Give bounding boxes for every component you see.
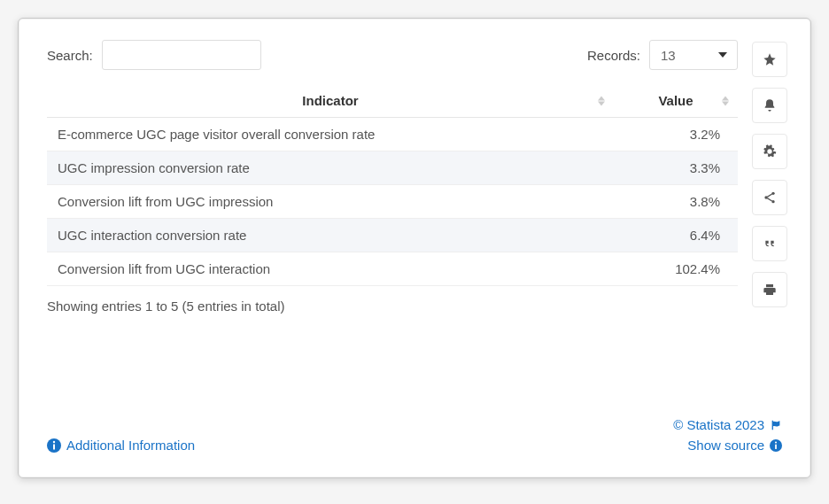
sort-up-icon	[722, 96, 729, 100]
data-table: Indicator Value	[47, 84, 738, 286]
svg-point-5	[775, 441, 777, 443]
sort-down-icon	[598, 101, 605, 105]
additional-information-label: Additional Information	[66, 438, 195, 453]
action-rail	[752, 42, 787, 307]
cell-indicator: Conversion lift from UGC interaction	[47, 252, 614, 286]
cite-button[interactable]	[752, 226, 787, 261]
star-icon	[763, 52, 777, 66]
search-group: Search:	[47, 40, 261, 70]
settings-button[interactable]	[752, 134, 787, 169]
sort-down-icon	[722, 101, 729, 105]
column-header-value[interactable]: Value	[614, 84, 738, 118]
column-header-indicator-label: Indicator	[302, 93, 358, 108]
search-label: Search:	[47, 48, 93, 63]
favorite-button[interactable]	[752, 42, 787, 77]
print-button[interactable]	[752, 272, 787, 307]
search-input[interactable]	[102, 40, 261, 70]
toolbar: Search: Records: 13	[47, 40, 782, 70]
cell-indicator: UGC interaction conversion rate	[47, 219, 614, 252]
show-source-link[interactable]: Show source	[687, 438, 782, 453]
svg-rect-1	[53, 444, 55, 449]
table-row: E-commerce UGC page visitor overall conv…	[47, 118, 738, 151]
cell-value: 3.8%	[614, 185, 738, 219]
cell-indicator: E-commerce UGC page visitor overall conv…	[47, 118, 614, 151]
table-row: Conversion lift from UGC impression 3.8%	[47, 185, 738, 219]
notify-button[interactable]	[752, 88, 787, 123]
records-label: Records:	[587, 48, 640, 63]
cell-indicator: UGC impression conversion rate	[47, 151, 614, 185]
table-header-row: Indicator Value	[47, 84, 738, 118]
print-icon	[763, 283, 777, 297]
sort-icon	[598, 96, 605, 105]
sort-up-icon	[598, 96, 605, 100]
column-header-value-label: Value	[658, 93, 693, 108]
cell-value: 3.2%	[614, 118, 738, 151]
source-column: © Statista 2023 Show source	[673, 417, 782, 453]
column-header-indicator[interactable]: Indicator	[47, 84, 614, 118]
table-row: UGC impression conversion rate 3.3%	[47, 151, 738, 185]
copyright-label: © Statista 2023	[673, 417, 764, 432]
cell-value: 3.3%	[614, 151, 738, 185]
show-source-label: Show source	[687, 438, 764, 453]
bell-icon	[763, 98, 777, 112]
table-row: UGC interaction conversion rate 6.4%	[47, 219, 738, 252]
quote-icon	[763, 236, 777, 251]
table-row: Conversion lift from UGC interaction 102…	[47, 252, 738, 286]
sort-icon	[722, 96, 729, 105]
info-icon	[770, 439, 782, 452]
gear-icon	[763, 144, 777, 159]
cell-value: 6.4%	[614, 219, 738, 252]
svg-rect-4	[775, 444, 777, 448]
records-select[interactable]: 13	[649, 40, 738, 70]
info-icon	[47, 438, 61, 453]
cell-indicator: Conversion lift from UGC impression	[47, 185, 614, 219]
additional-information-link[interactable]: Additional Information	[47, 438, 195, 453]
share-icon	[763, 190, 777, 205]
footer-row: Additional Information © Statista 2023 S…	[47, 417, 782, 453]
entries-summary: Showing entries 1 to 5 (5 entries in tot…	[47, 299, 782, 314]
share-button[interactable]	[752, 180, 787, 215]
records-select-wrap: 13	[649, 40, 738, 70]
cell-value: 102.4%	[614, 252, 738, 286]
copyright-link[interactable]: © Statista 2023	[673, 417, 782, 432]
panel-frame: Search: Records: 13 Indicator	[18, 18, 811, 478]
panel-content: Search: Records: 13 Indicator	[26, 26, 803, 470]
svg-point-2	[53, 440, 55, 442]
flag-icon	[770, 419, 782, 431]
table-body: E-commerce UGC page visitor overall conv…	[47, 118, 738, 286]
records-group: Records: 13	[587, 40, 738, 70]
